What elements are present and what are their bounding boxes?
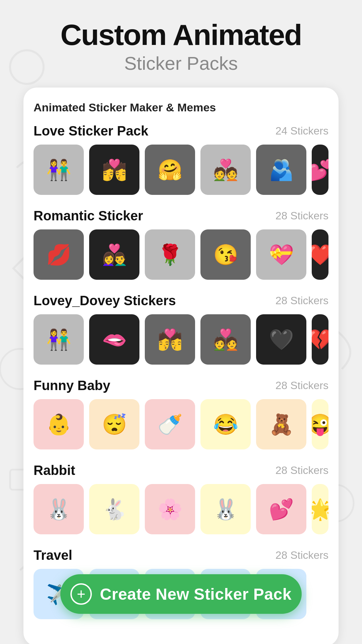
- sticker-rabbit-4[interactable]: 🐰: [200, 484, 251, 534]
- sticker-love-4[interactable]: 💑: [200, 145, 251, 195]
- sticker-romantic-1[interactable]: 💋: [34, 229, 84, 280]
- pack-section-love[interactable]: Love Sticker Pack 24 Stickers 👫 💏 🤗 💑 🫂: [34, 123, 328, 195]
- sticker-row-rabbit: 🐰 🐇 🌸 🐰 💕 🌟: [34, 484, 328, 534]
- create-sticker-pack-button[interactable]: + Create New Sticker Pack: [60, 574, 302, 614]
- sticker-lovey-5[interactable]: 🖤: [256, 314, 306, 365]
- pack-count-funny-baby: 28 Stickers: [276, 379, 328, 392]
- sticker-lovey-4[interactable]: 💑: [200, 314, 251, 365]
- sticker-love-2[interactable]: 💏: [89, 145, 139, 195]
- pack-title-travel: Travel: [34, 548, 72, 563]
- sticker-romantic-3[interactable]: 🌹: [145, 229, 195, 280]
- pack-title-funny-baby: Funny Baby: [34, 378, 110, 393]
- sticker-baby-1[interactable]: 👶: [34, 399, 84, 449]
- sticker-love-1[interactable]: 👫: [34, 145, 84, 195]
- pack-section-rabbit[interactable]: Rabbit 28 Stickers 🐰 🐇 🌸 🐰 💕: [34, 463, 328, 534]
- app-card: Animated Sticker Maker & Memes Love Stic…: [23, 88, 339, 644]
- sticker-rabbit-5[interactable]: 💕: [256, 484, 306, 534]
- sticker-row-love: 👫 💏 🤗 💑 🫂 💕: [34, 145, 328, 195]
- sticker-love-5[interactable]: 🫂: [256, 145, 306, 195]
- sticker-row-romantic: 💋 👩‍❤️‍👨 🌹 😘 💝 ❤️: [34, 229, 328, 280]
- pack-count-love: 24 Stickers: [276, 125, 328, 137]
- pack-title-lovey: Lovey_Dovey Stickers: [34, 293, 176, 308]
- sticker-row-funny-baby: 👶 😴 🍼 😂 🧸 😜: [34, 399, 328, 449]
- sticker-rabbit-3[interactable]: 🌸: [145, 484, 195, 534]
- sticker-rabbit-2[interactable]: 🐇: [89, 484, 139, 534]
- plus-icon: +: [70, 583, 92, 605]
- sticker-romantic-4[interactable]: 😘: [200, 229, 251, 280]
- cta-label: Create New Sticker Pack: [100, 585, 292, 603]
- sticker-baby-4[interactable]: 😂: [200, 399, 251, 449]
- cta-container: + Create New Sticker Pack: [60, 574, 302, 614]
- sticker-baby-2[interactable]: 😴: [89, 399, 139, 449]
- pack-title-rabbit: Rabbit: [34, 463, 75, 478]
- sticker-lovey-2[interactable]: 🫦: [89, 314, 139, 365]
- sticker-romantic-5[interactable]: 💝: [256, 229, 306, 280]
- sticker-rabbit-6[interactable]: 🌟: [312, 484, 328, 534]
- sticker-lovey-1[interactable]: 👫: [34, 314, 84, 365]
- sticker-love-6[interactable]: 💕: [312, 145, 328, 195]
- pack-title-love: Love Sticker Pack: [34, 123, 148, 139]
- pack-count-romantic: 28 Stickers: [276, 210, 328, 222]
- pack-section-romantic[interactable]: Romantic Sticker 28 Stickers 💋 👩‍❤️‍👨 🌹 …: [34, 208, 328, 280]
- page-title-main: Custom Animated: [60, 20, 302, 50]
- sticker-romantic-6[interactable]: ❤️: [312, 229, 328, 280]
- sticker-love-3[interactable]: 🤗: [145, 145, 195, 195]
- pack-count-rabbit: 28 Stickers: [276, 464, 328, 477]
- sticker-baby-3[interactable]: 🍼: [145, 399, 195, 449]
- pack-title-romantic: Romantic Sticker: [34, 208, 143, 223]
- sticker-row-lovey: 👫 🫦 💏 💑 🖤 💔: [34, 314, 328, 365]
- pack-section-funny-baby[interactable]: Funny Baby 28 Stickers 👶 😴 🍼 😂 🧸: [34, 378, 328, 449]
- sticker-baby-5[interactable]: 🧸: [256, 399, 306, 449]
- sticker-rabbit-1[interactable]: 🐰: [34, 484, 84, 534]
- sticker-baby-6[interactable]: 😜: [312, 399, 328, 449]
- sticker-lovey-3[interactable]: 💏: [145, 314, 195, 365]
- pack-section-lovey[interactable]: Lovey_Dovey Stickers 28 Stickers 👫 🫦 💏 💑…: [34, 293, 328, 365]
- page-title-sub: Sticker Packs: [124, 52, 238, 74]
- app-name: Animated Sticker Maker & Memes: [34, 101, 328, 114]
- pack-count-travel: 28 Stickers: [276, 549, 328, 561]
- sticker-lovey-6[interactable]: 💔: [312, 314, 328, 365]
- pack-count-lovey: 28 Stickers: [276, 294, 328, 307]
- sticker-romantic-2[interactable]: 👩‍❤️‍👨: [89, 229, 139, 280]
